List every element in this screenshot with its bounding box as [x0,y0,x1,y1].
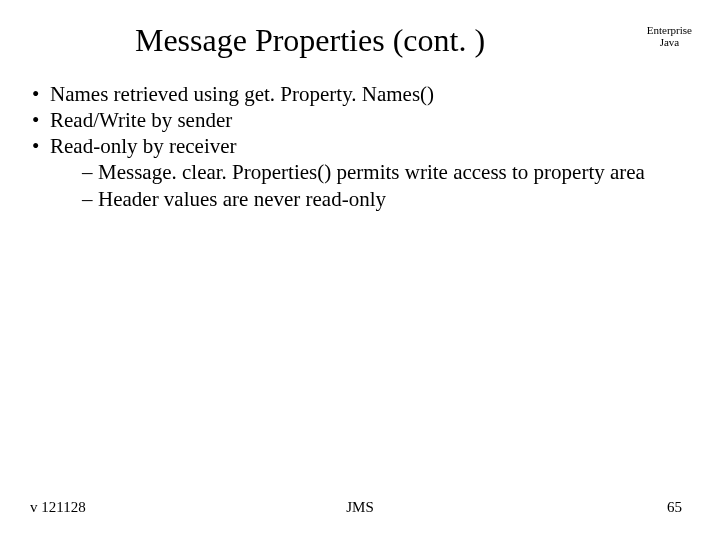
footer-page-number: 65 [667,499,682,516]
bullet-item: Read/Write by sender [28,108,680,132]
bullet-item: Names retrieved using get. Property. Nam… [28,82,680,106]
sub-bullet-item: Header values are never read-only [82,187,680,211]
sub-bullet-list: Message. clear. Properties() permits wri… [28,160,680,210]
bullet-list: Names retrieved using get. Property. Nam… [28,82,680,158]
slide-body: Names retrieved using get. Property. Nam… [28,82,680,213]
slide: Message Properties (cont. ) Enterprise J… [0,0,720,540]
corner-label: Enterprise Java [647,24,692,48]
bullet-item: Read-only by receiver [28,134,680,158]
footer-topic: JMS [0,499,720,516]
corner-line-2: Java [647,36,692,48]
slide-title: Message Properties (cont. ) [0,22,620,59]
corner-line-1: Enterprise [647,24,692,36]
sub-bullet-item: Message. clear. Properties() permits wri… [82,160,680,184]
